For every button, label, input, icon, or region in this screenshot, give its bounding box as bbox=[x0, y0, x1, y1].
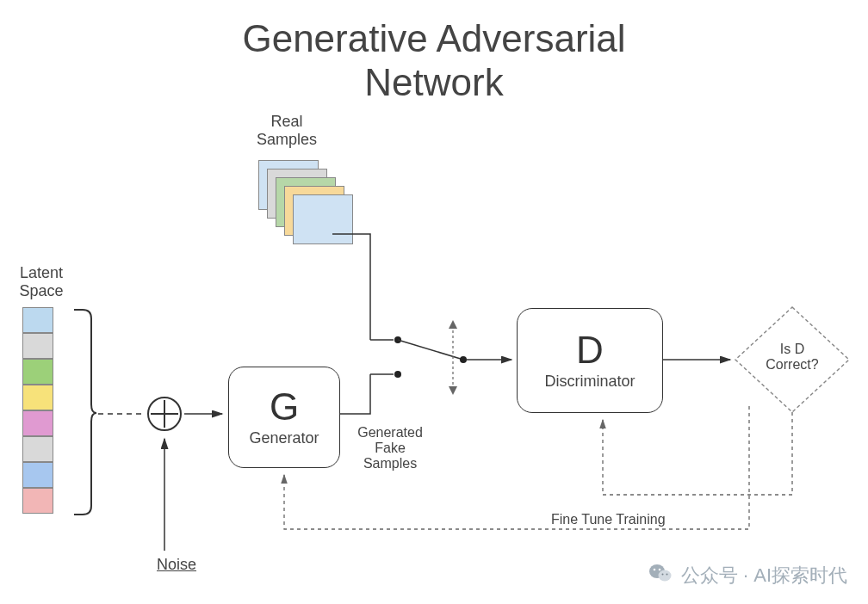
svg-point-22 bbox=[661, 574, 663, 576]
real-samples-stack bbox=[258, 160, 351, 253]
title-line1: Generative Adversarial bbox=[242, 17, 625, 59]
wechat-icon bbox=[648, 563, 673, 589]
plus-icon bbox=[146, 396, 183, 432]
svg-marker-15 bbox=[449, 386, 457, 395]
latent-cell bbox=[22, 307, 53, 333]
decision-diamond: Is D Correct? bbox=[734, 305, 851, 414]
title-line2: Network bbox=[364, 61, 503, 103]
fine-tune-label: Fine Tune Training bbox=[551, 512, 723, 527]
generator-label: Generator bbox=[249, 429, 319, 447]
noise-label: Noise bbox=[146, 556, 207, 574]
svg-point-21 bbox=[659, 569, 661, 571]
generator-node: G Generator bbox=[228, 367, 340, 468]
generated-fake-samples-label: Generated Fake Samples bbox=[343, 425, 437, 471]
discriminator-node: D Discriminator bbox=[517, 308, 663, 413]
latent-cell bbox=[22, 333, 53, 359]
svg-line-11 bbox=[398, 340, 463, 360]
discriminator-letter: D bbox=[576, 331, 604, 369]
latent-cell bbox=[22, 385, 53, 410]
svg-marker-14 bbox=[449, 320, 457, 329]
latent-cell bbox=[22, 436, 53, 462]
svg-point-20 bbox=[654, 569, 656, 571]
latent-cell bbox=[22, 410, 53, 436]
latent-space-column bbox=[22, 307, 53, 514]
latent-space-label: Latent Space bbox=[7, 264, 76, 300]
svg-point-19 bbox=[658, 570, 671, 582]
latent-cell bbox=[22, 359, 53, 385]
latent-cell bbox=[22, 488, 53, 514]
diagram-canvas: Generative Adversarial Network Latent Sp… bbox=[0, 0, 868, 604]
watermark-text: 公众号 · AI探索时代 bbox=[681, 563, 847, 589]
decision-label: Is D Correct? bbox=[734, 342, 851, 373]
discriminator-label: Discriminator bbox=[544, 373, 635, 391]
watermark: 公众号 · AI探索时代 bbox=[648, 563, 847, 589]
real-samples-label: Real Samples bbox=[239, 113, 334, 149]
svg-point-9 bbox=[394, 336, 401, 343]
svg-point-12 bbox=[460, 356, 467, 363]
svg-point-7 bbox=[394, 371, 401, 378]
generator-letter: G bbox=[270, 388, 299, 426]
latent-cell bbox=[22, 462, 53, 488]
diagram-title: Generative Adversarial Network bbox=[0, 17, 868, 104]
sample-card bbox=[293, 194, 353, 244]
svg-point-23 bbox=[666, 574, 667, 576]
